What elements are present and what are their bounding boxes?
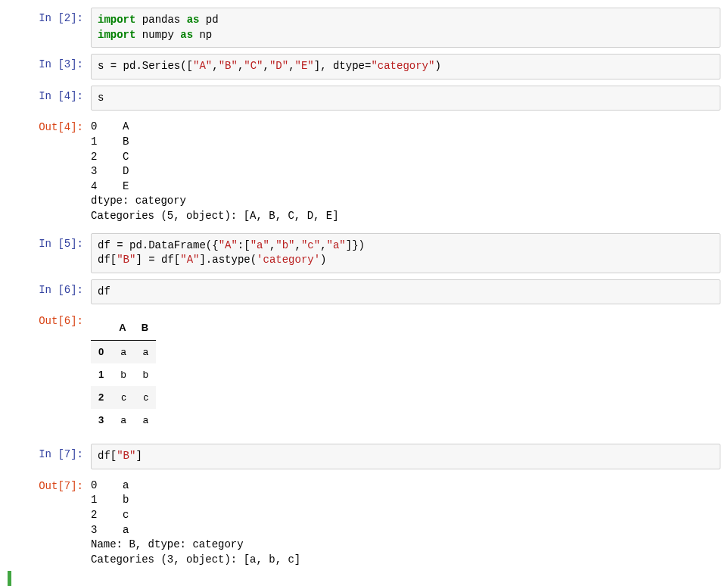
table-cell: c <box>134 386 156 409</box>
input-prompt: In [2]: <box>8 8 91 48</box>
code-input[interactable]: s = pd.Series(["A","B","C","D","E"], dty… <box>91 54 720 79</box>
column-header <box>91 316 111 340</box>
output-prompt: Out[6]: <box>8 310 91 438</box>
table-output-wrapper: AB0aa1bb2cc3aa <box>91 310 720 438</box>
input-prompt: In [3]: <box>8 54 91 79</box>
table-cell: a <box>111 340 133 363</box>
table-row: 3aa <box>91 409 156 432</box>
input-cell: In [5]:df = pd.DataFrame({"A":["a","b","… <box>0 233 728 273</box>
table-cell: a <box>134 409 156 432</box>
column-header: A <box>111 316 133 340</box>
text-output: 0 a 1 b 2 c 3 a Name: B, dtype: category… <box>91 475 720 571</box>
code-input[interactable]: df = pd.DataFrame({"A":["a","b","c","a"]… <box>91 233 720 273</box>
input-cell: In [6]:df <box>0 279 728 305</box>
output-cell: Out[7]:0 a 1 b 2 c 3 a Name: B, dtype: c… <box>0 475 728 571</box>
table-cell: c <box>111 386 133 409</box>
input-cell: In [2]:import pandas as pd import numpy … <box>0 8 728 48</box>
output-cell: Out[6]:AB0aa1bb2cc3aa <box>0 310 728 438</box>
notebook-container: In [2]:import pandas as pd import numpy … <box>0 0 728 584</box>
table-cell: a <box>111 409 133 432</box>
column-header: B <box>134 316 156 340</box>
input-cell: In [4]:s <box>0 86 728 111</box>
table-cell: b <box>134 363 156 386</box>
row-index: 2 <box>91 386 111 409</box>
input-cell: In [3]:s = pd.Series(["A","B","C","D","E… <box>0 54 728 79</box>
running-indicator <box>8 571 11 584</box>
input-cell: In [7]:df["B"] <box>0 444 728 469</box>
dataframe-table: AB0aa1bb2cc3aa <box>91 316 156 432</box>
code-input[interactable]: s <box>91 86 720 111</box>
input-prompt: In [4]: <box>8 86 91 111</box>
table-row: 0aa <box>91 340 156 363</box>
row-index: 1 <box>91 363 111 386</box>
output-prompt: Out[7]: <box>8 475 91 571</box>
text-output: 0 A 1 B 2 C 3 D 4 E dtype: category Cate… <box>91 117 720 226</box>
output-cell: Out[4]:0 A 1 B 2 C 3 D 4 E dtype: catego… <box>0 117 728 226</box>
table-cell: a <box>134 340 156 363</box>
code-input[interactable]: df <box>91 279 720 305</box>
table-row: 2cc <box>91 386 156 409</box>
code-input[interactable]: import pandas as pd import numpy as np <box>91 8 720 48</box>
output-prompt: Out[4]: <box>8 117 91 226</box>
row-index: 3 <box>91 409 111 432</box>
table-row: 1bb <box>91 363 156 386</box>
row-index: 0 <box>91 340 111 363</box>
input-prompt: In [5]: <box>8 233 91 273</box>
input-prompt: In [7]: <box>8 444 91 469</box>
input-prompt: In [6]: <box>8 279 91 305</box>
code-input[interactable]: df["B"] <box>91 444 720 469</box>
table-cell: b <box>111 363 133 386</box>
